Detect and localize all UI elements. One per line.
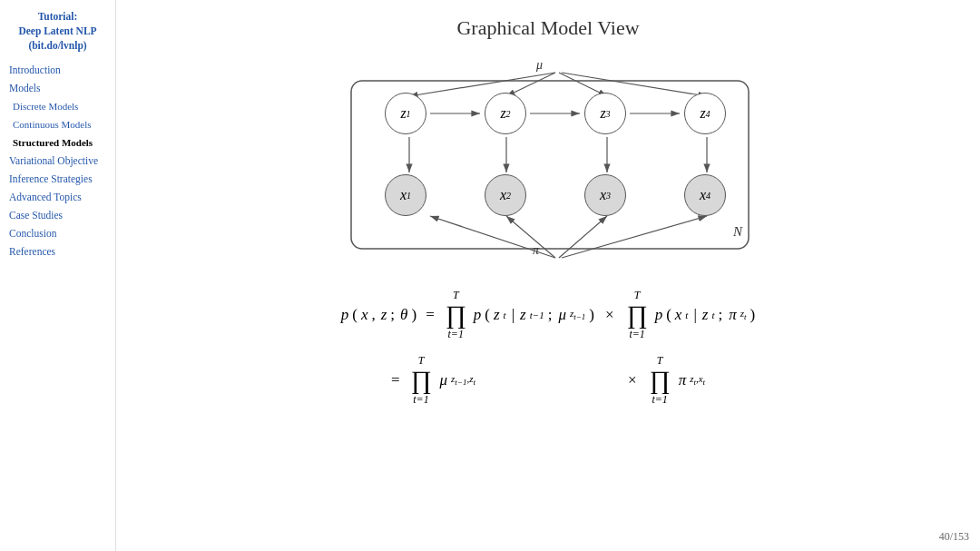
node-x3: x3 bbox=[584, 174, 626, 216]
svg-line-15 bbox=[559, 216, 607, 258]
sidebar-title: Tutorial: Deep Latent NLP (bit.do/lvnlp) bbox=[7, 9, 108, 53]
svg-line-5 bbox=[562, 73, 707, 96]
sidebar: Tutorial: Deep Latent NLP (bit.do/lvnlp)… bbox=[0, 0, 116, 551]
slide-title: Graphical Model View bbox=[456, 16, 639, 40]
formula-line-1: p(x, z; θ) = T ∏ t=1 p( zt | zt−1 ; μzt−… bbox=[341, 289, 755, 341]
formula-line-2: = T ∏ t=1 μzt−1,zt × T ∏ t=1 πzt,xt bbox=[391, 354, 705, 407]
sidebar-item-advanced-topics[interactable]: Advanced Topics bbox=[7, 191, 108, 203]
mu-label: μ bbox=[536, 58, 543, 73]
sidebar-item-structured-models[interactable]: Structured Models bbox=[7, 136, 108, 149]
svg-line-16 bbox=[562, 216, 707, 258]
node-z4: z4 bbox=[684, 93, 726, 134]
node-z1: z1 bbox=[385, 93, 426, 134]
sidebar-item-case-studies[interactable]: Case Studies bbox=[7, 209, 108, 221]
node-z2: z2 bbox=[485, 93, 526, 134]
svg-line-2 bbox=[409, 73, 555, 96]
graphical-model-diagram: μ bbox=[321, 56, 775, 265]
sidebar-item-discrete-models[interactable]: Discrete Models bbox=[7, 100, 108, 113]
n-label: N bbox=[733, 224, 742, 240]
node-x1: x1 bbox=[385, 174, 426, 216]
node-z3: z3 bbox=[584, 93, 626, 134]
main-content: Graphical Model View μ bbox=[116, 0, 980, 551]
sidebar-item-inference-strategies[interactable]: Inference Strategies bbox=[7, 172, 108, 185]
node-x4: x4 bbox=[684, 174, 726, 216]
pi-label: π bbox=[533, 243, 539, 258]
svg-line-14 bbox=[506, 216, 555, 258]
svg-line-3 bbox=[506, 73, 555, 96]
formula-area: p(x, z; θ) = T ∏ t=1 p( zt | zt−1 ; μzt−… bbox=[134, 289, 962, 407]
sidebar-item-models[interactable]: Models bbox=[7, 82, 108, 94]
page-number: 40/153 bbox=[939, 530, 969, 544]
sidebar-item-references[interactable]: References bbox=[7, 245, 108, 258]
graph-arrows bbox=[321, 56, 775, 265]
sidebar-item-introduction[interactable]: Introduction bbox=[7, 64, 108, 76]
sidebar-item-continuous-models[interactable]: Continuous Models bbox=[7, 118, 108, 131]
sidebar-item-conclusion[interactable]: Conclusion bbox=[7, 227, 108, 240]
sidebar-item-variational-objective[interactable]: Variational Objective bbox=[7, 154, 108, 167]
node-x2: x2 bbox=[485, 174, 526, 216]
